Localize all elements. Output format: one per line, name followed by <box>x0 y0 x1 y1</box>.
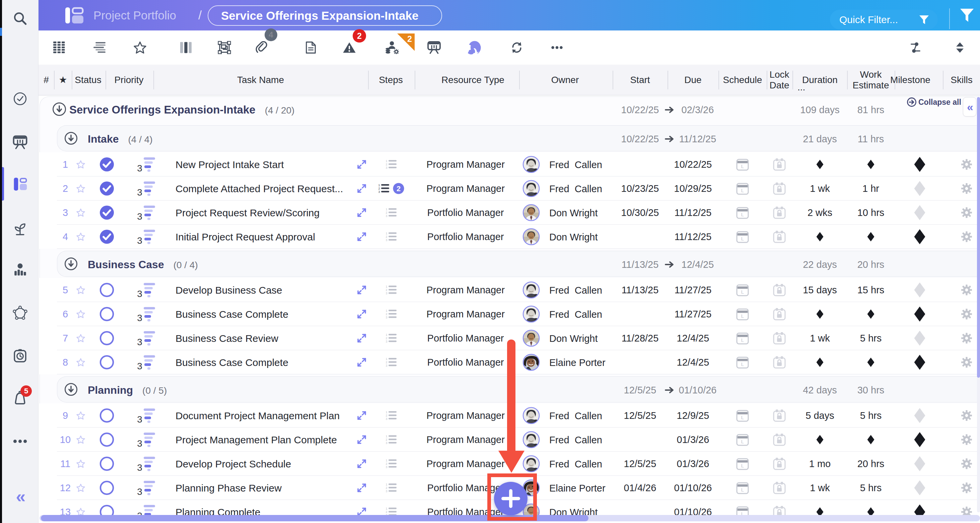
favorite-star-icon[interactable] <box>76 358 85 367</box>
column-header-skills[interactable]: Skills <box>951 74 972 85</box>
toolbar-notes-document-icon[interactable] <box>305 41 317 54</box>
schedule-icon[interactable]: L <box>736 158 749 171</box>
section-row[interactable]: Planning(0 / 5)12/5/2501/10/2642 days30 … <box>38 376 980 402</box>
task-row[interactable]: 73Business Case Review123Portfolio Manag… <box>38 326 980 350</box>
owner-avatar[interactable] <box>522 431 540 448</box>
steps-icon[interactable]: 123 <box>385 458 397 469</box>
task-row[interactable]: 53Develop Business Case123Program Manage… <box>38 278 980 302</box>
open-task-icon[interactable] <box>356 284 368 296</box>
lock-date-icon[interactable] <box>773 158 786 171</box>
sidebar-item-portfolio[interactable] <box>13 177 27 192</box>
vertical-scrollbar[interactable] <box>977 97 980 512</box>
horizontal-scrollbar-thumb[interactable] <box>41 515 589 521</box>
steps-icon[interactable]: 123 <box>385 284 397 296</box>
skills-gear-icon[interactable] <box>961 183 972 194</box>
task-row[interactable]: 33Project Request Review/Scoring123Portf… <box>38 200 980 225</box>
owner-avatar[interactable] <box>522 305 540 323</box>
skills-gear-icon[interactable] <box>961 410 972 421</box>
collapse-all-button[interactable]: Collapse all <box>907 97 961 107</box>
schedule-icon[interactable]: L <box>736 356 749 369</box>
task-name[interactable]: Business Case Review <box>175 333 278 344</box>
owner-avatar[interactable] <box>522 354 540 371</box>
priority-icon[interactable]: 3 <box>137 455 156 472</box>
skills-gear-icon[interactable] <box>961 482 972 493</box>
breadcrumb-root[interactable]: Project Portfolio <box>94 9 176 22</box>
priority-icon[interactable]: 3 <box>137 480 156 496</box>
task-name[interactable]: Initial Project Request Approval <box>175 231 315 243</box>
schedule-icon[interactable]: L <box>736 457 749 470</box>
horizontal-scrollbar[interactable] <box>40 515 980 521</box>
toolbar-outline-view-icon[interactable] <box>94 42 105 53</box>
milestone-diamond-off[interactable] <box>914 205 925 220</box>
priority-icon[interactable]: 3 <box>137 407 156 424</box>
task-status-open[interactable] <box>99 480 114 495</box>
owner-avatar[interactable] <box>522 180 540 197</box>
lock-date-icon[interactable] <box>773 284 786 296</box>
toolbar-board-columns-icon[interactable] <box>180 41 192 54</box>
steps-icon[interactable]: 123 <box>385 159 397 170</box>
collapse-section-icon[interactable] <box>64 132 78 145</box>
column-header-lock[interactable]: Lock Date <box>769 69 789 91</box>
task-name[interactable]: Document Project Management Plan <box>175 410 340 421</box>
toolbar-dependencies-icon[interactable] <box>910 41 922 54</box>
milestone-diamond-off[interactable] <box>914 283 925 298</box>
task-row[interactable]: 113Develop Project Schedule123Program Ma… <box>38 452 980 476</box>
lock-date-icon[interactable] <box>773 482 786 494</box>
lock-date-icon[interactable] <box>773 332 786 345</box>
task-status-open[interactable] <box>99 456 114 471</box>
toolbar-more-options-icon[interactable] <box>551 46 563 49</box>
lock-date-icon[interactable] <box>773 409 786 422</box>
favorite-star-icon[interactable] <box>76 208 85 217</box>
task-status-done[interactable] <box>99 229 114 244</box>
sidebar-item-time-tracking[interactable] <box>13 348 27 363</box>
column-header-start[interactable]: Start <box>630 74 650 85</box>
sidebar-item-search[interactable] <box>13 11 27 26</box>
add-task-button[interactable] <box>494 482 528 515</box>
sidebar-item-network[interactable] <box>13 305 27 320</box>
task-status-open[interactable] <box>99 432 114 447</box>
section-row[interactable]: Business Case(0 / 4)11/13/2512/4/2522 da… <box>38 251 980 277</box>
skills-gear-icon[interactable] <box>961 357 972 368</box>
priority-icon[interactable]: 3 <box>137 204 156 221</box>
owner-avatar[interactable] <box>522 329 540 347</box>
column-header-steps[interactable]: Steps <box>379 74 403 85</box>
open-task-icon[interactable] <box>356 434 368 445</box>
toolbar-issues-warning-icon[interactable] <box>343 41 356 54</box>
favorite-star-icon[interactable] <box>76 184 85 193</box>
toolbar-gantt-machine-icon[interactable] <box>427 41 441 54</box>
sidebar-item-gantt-board[interactable] <box>13 135 27 149</box>
milestone-diamond-on[interactable] <box>914 307 925 322</box>
open-task-icon[interactable] <box>356 183 368 194</box>
task-status-done[interactable] <box>99 181 114 196</box>
favorite-star-icon[interactable] <box>76 310 85 318</box>
task-status-open[interactable] <box>99 355 114 370</box>
collapse-section-icon[interactable] <box>64 383 78 396</box>
section-row[interactable]: Intake(4 / 4)10/22/2511/12/2521 days11 h… <box>38 125 980 151</box>
skills-gear-icon[interactable] <box>961 458 972 469</box>
steps-icon[interactable]: 123 <box>385 332 397 344</box>
task-row[interactable]: 63Business Case Complete123Program Manag… <box>38 302 980 326</box>
schedule-icon[interactable]: L <box>736 409 749 422</box>
owner-avatar[interactable] <box>522 407 540 424</box>
owner-avatar[interactable] <box>522 156 540 173</box>
task-status-done[interactable] <box>99 205 114 220</box>
skills-gear-icon[interactable] <box>961 207 972 218</box>
toolbar-attachments-icon[interactable] <box>255 41 267 54</box>
owner-avatar[interactable] <box>522 281 540 299</box>
owner-avatar[interactable] <box>522 455 540 472</box>
skills-gear-icon[interactable] <box>961 333 972 343</box>
toolbar-favorite-star-icon[interactable] <box>134 41 147 54</box>
task-name[interactable]: Business Case Complete <box>175 357 288 368</box>
milestone-diamond-on[interactable] <box>914 432 925 447</box>
priority-icon[interactable]: 3 <box>137 156 156 173</box>
task-status-open[interactable] <box>99 331 114 345</box>
steps-icon[interactable]: 123 <box>385 357 397 368</box>
owner-avatar[interactable] <box>522 228 540 245</box>
lock-date-icon[interactable] <box>773 182 786 195</box>
toolbar-resource-cost-icon[interactable] <box>385 41 399 54</box>
open-task-icon[interactable] <box>356 159 368 170</box>
task-name[interactable]: Develop Business Case <box>175 285 282 296</box>
column-header-star[interactable]: ★ <box>59 74 67 85</box>
column-header-schedule[interactable]: Schedule <box>723 74 762 85</box>
open-task-icon[interactable] <box>356 332 368 344</box>
